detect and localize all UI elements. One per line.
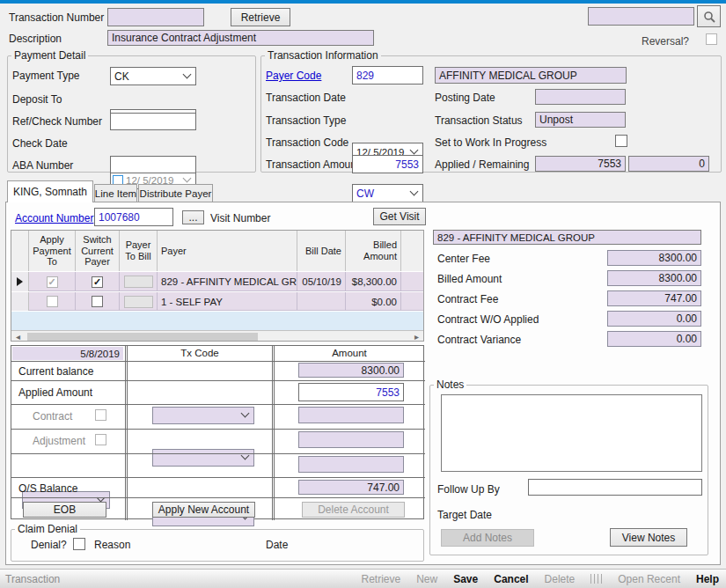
adjustment-checkbox[interactable] (95, 434, 106, 445)
contract-txcode-select[interactable] (152, 407, 254, 424)
status-help[interactable]: Help (696, 573, 719, 585)
payer-to-bill-cell[interactable] (124, 276, 153, 288)
deposit-to-label: Deposit To (12, 93, 62, 106)
follow-up-by-label: Follow Up By (437, 483, 500, 496)
current-balance-field: 8300.00 (298, 363, 404, 378)
current-row-arrow-icon (17, 277, 23, 286)
eob-button[interactable]: EOB (23, 502, 106, 518)
payer-code-link[interactable]: Payer Code (266, 70, 321, 82)
transaction-number-input[interactable] (107, 8, 204, 26)
delete-account-button[interactable]: Delete Account (302, 502, 405, 518)
adjustment-txcode-select[interactable] (152, 449, 254, 467)
account-number-input[interactable]: 1007680 (94, 208, 173, 226)
scroll-left-icon[interactable]: ◂ (11, 332, 25, 342)
chevron-down-icon (183, 174, 192, 183)
posting-date-field (535, 89, 626, 105)
search-button[interactable] (697, 5, 721, 27)
col-header-payer[interactable]: Payer (158, 231, 297, 271)
apply-table: 5/8/2019 Tx Code Amount Current balance … (11, 345, 424, 519)
os-balance-field: 747.00 (298, 480, 404, 495)
bill-date-cell[interactable]: 05/10/19 (297, 272, 346, 291)
tab-line-item[interactable]: Line Item (94, 184, 137, 202)
transaction-type-label: Transaction Type (266, 114, 346, 127)
description-field: Insurance Contract Adjustment (107, 30, 374, 46)
contract-checkbox[interactable] (95, 409, 106, 421)
chevron-down-icon (183, 70, 192, 78)
center-fee-label: Center Fee (437, 253, 490, 265)
payment-detail-title: Payment Detail (11, 49, 88, 62)
col-header-apply-payment[interactable]: Apply Payment To (29, 231, 76, 271)
denial-checkbox[interactable] (73, 538, 85, 550)
bill-date-cell[interactable] (297, 292, 346, 311)
wip-checkbox[interactable] (615, 135, 627, 147)
transaction-amount-input[interactable]: 7553 (352, 155, 423, 173)
row-selector[interactable] (11, 292, 29, 311)
chevron-down-icon (241, 409, 250, 418)
switch-current-payer-checkbox[interactable] (92, 276, 103, 288)
ellipsis-button[interactable]: ... (182, 210, 204, 224)
row-selector[interactable] (11, 272, 29, 291)
payment-type-label: Payment Type (12, 70, 80, 82)
apply-payment-checkbox[interactable] (47, 296, 58, 307)
claim-denial-title: Claim Denial (15, 523, 80, 535)
switch-current-payer-checkbox[interactable] (92, 296, 103, 307)
add-notes-button[interactable]: Add Notes (441, 529, 534, 547)
status-save[interactable]: Save (453, 573, 478, 585)
scrollbar-thumb[interactable] (27, 333, 258, 341)
table-row[interactable]: 1 - SELF PAY $0.00 (11, 292, 423, 311)
col-header-switch-current[interactable]: Switch Current Payer (76, 231, 120, 271)
billed-amount-cell[interactable]: $0.00 (346, 292, 401, 311)
denial-date-label: Date (266, 539, 288, 551)
remaining-field: 0 (628, 156, 709, 172)
center-fee-field: 8300.00 (607, 250, 701, 266)
scroll-right-icon[interactable]: ▸ (410, 332, 423, 342)
contract-wo-applied-label: Contract W/O Applied (437, 313, 539, 326)
tab-distribute-payer[interactable]: Distribute Payer (138, 184, 213, 202)
ref-check-number-label: Ref/Check Number (12, 115, 102, 128)
transaction-status-label: Transaction Status (435, 114, 523, 127)
contract-fee-field: 747.00 (607, 290, 701, 306)
billed-amount-cell[interactable]: $8,300.00 (346, 272, 401, 291)
retrieve-button[interactable]: Retrieve (231, 8, 290, 26)
payer-cell[interactable]: 1 - SELF PAY (158, 292, 297, 311)
ref-check-number-input[interactable] (110, 113, 196, 130)
get-visit-button[interactable]: Get Visit (373, 208, 426, 225)
check-date-label: Check Date (12, 137, 68, 150)
notes-textarea[interactable] (441, 394, 702, 472)
view-notes-button[interactable]: View Notes (610, 528, 687, 547)
reversal-checkbox[interactable] (706, 33, 717, 45)
col-header-payer-to-bill[interactable]: Payer To Bill (120, 231, 158, 271)
amount-header: Amount (275, 348, 424, 358)
status-retrieve[interactable]: Retrieve (361, 573, 400, 585)
os-balance-label: O/S Balance (18, 482, 77, 495)
search-input[interactable] (588, 7, 694, 26)
payer-code-input[interactable]: 829 (352, 66, 423, 85)
apply-new-account-button[interactable]: Apply New Account (152, 502, 255, 518)
table-row[interactable]: 829 - AFFINITY MEDICAL GRO 05/10/19 $8,3… (11, 272, 423, 291)
apply-payment-checkbox[interactable] (47, 276, 58, 288)
payment-type-select[interactable]: CK (110, 67, 196, 85)
aba-number-input[interactable] (110, 156, 196, 173)
applied-amount-input[interactable]: 7553 (298, 383, 404, 401)
contract-label: Contract (33, 410, 72, 423)
horizontal-scrollbar[interactable]: ◂ ▸ (11, 330, 423, 342)
account-number-link[interactable]: Account Number (15, 212, 93, 224)
reversal-label: Reversal? (642, 35, 689, 48)
denial-label: Denial? (31, 539, 67, 551)
adjustment-label: Adjustment (33, 435, 85, 447)
transaction-info-title: Transaction Information (265, 49, 381, 62)
col-header-bill-date[interactable]: Bill Date (297, 231, 346, 271)
payer-cell[interactable]: 829 - AFFINITY MEDICAL GRO (158, 272, 297, 291)
status-delete[interactable]: Delete (545, 573, 576, 585)
transaction-number-label: Transaction Number (9, 11, 104, 24)
status-new[interactable]: New (416, 573, 437, 585)
transaction-type-select[interactable]: CW (352, 184, 423, 202)
status-open-recent[interactable]: Open Recent (618, 573, 680, 585)
status-cancel[interactable]: Cancel (494, 573, 528, 585)
col-header-billed-amount[interactable]: Billed Amount (346, 231, 401, 271)
transaction-code-label: Transaction Code (266, 136, 348, 149)
notes-title: Notes (434, 379, 466, 391)
payer-to-bill-cell[interactable] (124, 296, 153, 308)
follow-up-by-input[interactable] (528, 479, 702, 496)
tab-king-somnath[interactable]: KING, Somnath (7, 180, 93, 202)
